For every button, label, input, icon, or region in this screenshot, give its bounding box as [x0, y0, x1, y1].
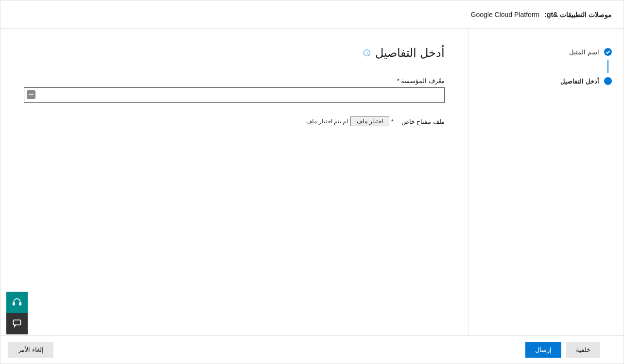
- step-label: اسم المثيل: [569, 49, 599, 56]
- breadcrumb-prefix: موصلات التطبيقات &gt:: [544, 11, 612, 18]
- private-key-field: ملف مفتاح خاص * اختيار ملف لم يتم اختيار…: [24, 116, 445, 126]
- choose-file-button[interactable]: اختيار ملف: [350, 116, 389, 126]
- current-step-icon: [604, 77, 612, 85]
- required-mark: *: [391, 118, 394, 125]
- wizard-footer: خلفية إرسال إلغاء الأمر: [0, 335, 624, 364]
- submit-button[interactable]: إرسال: [525, 342, 561, 358]
- step-label: أدخل التفاصيل: [560, 78, 599, 85]
- feedback-button[interactable]: [6, 313, 28, 334]
- wizard-steps-sidebar: اسم المثيل أدخل التفاصيل: [468, 29, 624, 335]
- org-id-input[interactable]: [24, 87, 445, 103]
- wizard-step-enter-details[interactable]: أدخل التفاصيل: [480, 77, 612, 85]
- wizard-step-instance-name[interactable]: اسم المثيل: [480, 48, 612, 56]
- main-content: أدخل التفاصيل i معّرف المؤسسة * ••• ملف …: [0, 29, 468, 335]
- org-id-field: معّرف المؤسسة * •••: [24, 77, 445, 103]
- check-icon: [604, 48, 612, 56]
- svg-rect-1: [19, 302, 21, 305]
- floating-actions: [6, 292, 28, 334]
- autofill-icon[interactable]: •••: [27, 90, 35, 99]
- file-status-text: لم يتم اختيار ملف: [306, 118, 348, 125]
- chat-icon: [12, 318, 22, 330]
- back-button[interactable]: خلفية: [566, 342, 600, 358]
- private-key-label: ملف مفتاح خاص: [401, 118, 445, 125]
- step-connector: [607, 60, 608, 73]
- support-button[interactable]: [6, 292, 28, 313]
- breadcrumb-current: Google Cloud Platform: [471, 11, 540, 18]
- info-icon[interactable]: i: [364, 50, 370, 56]
- page-title: أدخل التفاصيل i: [24, 46, 445, 60]
- page-header: موصلات التطبيقات &gt: Google Cloud Platf…: [0, 0, 624, 29]
- org-id-label: معّرف المؤسسة *: [24, 77, 445, 84]
- svg-rect-0: [13, 302, 15, 305]
- page-title-text: أدخل التفاصيل: [375, 46, 445, 60]
- cancel-button[interactable]: إلغاء الأمر: [8, 342, 53, 358]
- headset-icon: [12, 297, 22, 308]
